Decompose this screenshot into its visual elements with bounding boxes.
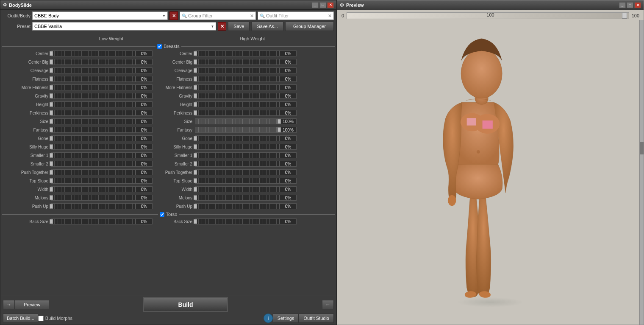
slider-track-hw-15[interactable] (195, 178, 280, 184)
slider-value-lw-9: 0% (136, 127, 153, 133)
preview-minimize-button[interactable]: _ (619, 2, 626, 8)
slider-track-hw-6[interactable] (195, 101, 280, 107)
slider-value-lw-12: 0% (136, 152, 153, 158)
preset-clear-button[interactable]: ✕ (218, 22, 226, 31)
outfit-filter-search-icon: 🔍 (260, 14, 265, 18)
slider-track-lw-7[interactable] (51, 110, 136, 116)
slider-track-hw-0[interactable] (195, 50, 280, 56)
group-filter-clear-icon[interactable]: ✕ (250, 13, 254, 19)
save-as-button[interactable]: Save As... (251, 22, 283, 31)
slider-track-lw-15[interactable] (51, 178, 136, 184)
slider-track-lw-12[interactable] (51, 152, 136, 158)
outfit-clear-button[interactable]: ✕ (169, 11, 178, 20)
preview-button[interactable]: Preview (15, 300, 49, 309)
slider-track-hw-14[interactable] (195, 169, 280, 175)
section-checkbox-breasts[interactable] (157, 44, 162, 49)
slider-value-lw-5: 0% (136, 93, 153, 99)
slider-value-hw-13: 0% (280, 161, 297, 167)
outfit-body-combo[interactable]: CBBE Body ▼ (32, 11, 168, 20)
slider-track-hw-7[interactable] (195, 110, 280, 116)
slider-track-lw-16[interactable] (51, 186, 136, 192)
slider-track-lw-0[interactable] (51, 219, 136, 224)
slider-value-lw-18: 0% (136, 203, 153, 209)
build-morphs-checkbox[interactable] (38, 316, 44, 321)
preview-content: 0 100 100 (337, 10, 644, 325)
close-button[interactable]: ✕ (327, 2, 334, 8)
slider-value-hw-3: 0% (280, 76, 297, 82)
nav-next-button[interactable]: ← (322, 300, 334, 309)
slider-track-lw-14[interactable] (51, 169, 136, 175)
slider-row-size: Size 0% Size 100% (2, 118, 335, 125)
slider-label-lw-2: Cleavage (2, 68, 51, 73)
slider-track-hw-11[interactable] (195, 144, 280, 150)
save-button[interactable]: Save (228, 22, 250, 31)
slider-track-lw-10[interactable] (51, 135, 136, 141)
slider-track-hw-0[interactable] (195, 219, 280, 224)
slider-label-hw-8: Size (153, 119, 195, 124)
slider-track-lw-1[interactable] (51, 59, 136, 65)
outfit-filter-clear-icon[interactable]: ✕ (328, 13, 332, 19)
slider-track-hw-8[interactable] (195, 118, 280, 124)
group-manager-button[interactable]: Group Manager (285, 22, 334, 31)
preview-close-button[interactable]: ✕ (634, 2, 641, 8)
preview-maximize-button[interactable]: □ (627, 2, 633, 8)
maximize-button[interactable]: □ (319, 2, 326, 8)
slider-track-hw-5[interactable] (195, 93, 280, 99)
slider-track-lw-9[interactable] (51, 127, 136, 133)
slider-track-hw-3[interactable] (195, 76, 280, 82)
preview-slider-area: 0 100 100 (337, 10, 644, 20)
settings-button[interactable]: Settings (273, 314, 299, 323)
batch-build-button[interactable]: Batch Build... (3, 314, 38, 323)
slider-label-lw-7: Perkiness (2, 111, 51, 115)
slider-track-hw-9[interactable] (195, 127, 280, 133)
outfit-filter-input[interactable] (266, 13, 327, 18)
build-morphs-label: Build Morphs (38, 316, 72, 321)
slider-track-lw-17[interactable] (51, 195, 136, 201)
outfit-filter-box[interactable]: 🔍 ✕ (258, 11, 334, 20)
slider-track-lw-4[interactable] (51, 84, 136, 90)
minimize-button[interactable]: _ (312, 2, 319, 8)
sliders-scroll-area[interactable]: Breasts Center 0% Center 0% Center Big (0, 43, 336, 295)
info-button[interactable]: i (264, 314, 273, 323)
slider-track-hw-17[interactable] (195, 195, 280, 201)
slider-track-hw-16[interactable] (195, 186, 280, 192)
slider-track-hw-18[interactable] (195, 203, 280, 209)
group-filter-box[interactable]: 🔍 ✕ (180, 11, 256, 20)
body-figure-svg (410, 20, 571, 308)
slider-value-lw-0: 0% (136, 50, 153, 56)
build-button[interactable]: Build (143, 297, 228, 312)
slider-value-hw-8: 100% (280, 118, 297, 124)
preset-combo[interactable]: CBBE Vanilla ▼ (32, 22, 216, 31)
slider-track-lw-8[interactable] (51, 118, 136, 124)
slider-track-hw-2[interactable] (195, 67, 280, 73)
slider-row-center-big: Center Big 0% Center Big 0% (2, 58, 335, 66)
slider-track-hw-13[interactable] (195, 161, 280, 167)
slider-track-hw-4[interactable] (195, 84, 280, 90)
slider-value-lw-10: 0% (136, 135, 153, 141)
outfit-studio-button[interactable]: Outfit Studio (299, 314, 334, 323)
slider-label-hw-2: Cleavage (153, 68, 195, 73)
group-filter-input[interactable] (188, 13, 249, 18)
nav-prev-button[interactable]: → (3, 300, 15, 309)
slider-track-lw-0[interactable] (51, 50, 136, 56)
slider-track-hw-1[interactable] (195, 59, 280, 65)
section-checkbox-torso[interactable] (160, 212, 164, 217)
slider-track-lw-13[interactable] (51, 161, 136, 167)
low-weight-label: Low Weight (49, 36, 173, 41)
slider-row-fantasy: Fantasy 0% Fantasy 100% (2, 126, 335, 134)
preview-slider-thumb[interactable] (622, 13, 627, 19)
slider-track-lw-6[interactable] (51, 101, 136, 107)
slider-value-hw-11: 0% (280, 144, 297, 150)
preview-scrollbar[interactable] (639, 20, 644, 325)
slider-track-lw-11[interactable] (51, 144, 136, 150)
slider-track-hw-10[interactable] (195, 135, 280, 141)
slider-row-cleavage: Cleavage 0% Cleavage 0% (2, 67, 335, 74)
preview-window: ⚙ Preview _ □ ✕ 0 100 100 (337, 0, 644, 325)
slider-track-lw-3[interactable] (51, 76, 136, 82)
slider-track-lw-5[interactable] (51, 93, 136, 99)
slider-value-hw-9: 100% (280, 127, 297, 133)
slider-track-lw-2[interactable] (51, 67, 136, 73)
slider-track-hw-12[interactable] (195, 152, 280, 158)
slider-track-lw-18[interactable] (51, 203, 136, 209)
slider-row-silly-huge: Silly Huge 0% Silly Huge 0% (2, 143, 335, 151)
